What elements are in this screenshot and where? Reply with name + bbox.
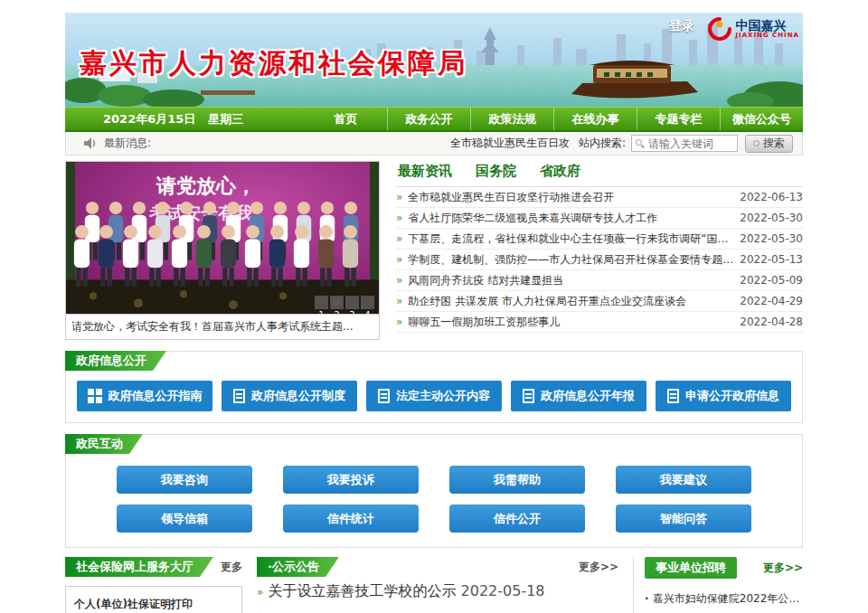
news-item[interactable]: » 下基层、走流程，省社保和就业中心主任项薇一行来我市调研“国统”上线情况 20… [396, 229, 803, 250]
news-item-title: 下基层、走流程，省社保和就业中心主任项薇一行来我市调研“国统”上线情况 [408, 231, 734, 247]
news-item[interactable]: » 省人社厅陈荣华二级巡视员来嘉兴调研专技人才工作 2022-05-30 [396, 208, 803, 229]
carousel-pager: 1234 [315, 296, 374, 309]
news-item[interactable]: » 助企纾困 共谋发展 市人力社保局召开重点企业交流座谈会 2022-04-29 [396, 291, 803, 312]
nav-date: 2022年6月15日 星期三 [65, 111, 305, 127]
photo-carousel: 请党放心， 考试安全有我 [65, 161, 380, 340]
interaction-button[interactable]: 智能问答 [616, 505, 751, 533]
double-arrow-icon: » [257, 608, 263, 613]
info-disclosure-button[interactable]: 政府信息公开制度 [222, 381, 357, 411]
news-tabs: 最新资讯国务院省政府 [396, 161, 803, 187]
interaction-button[interactable]: 信件统计 [283, 505, 419, 533]
service-item[interactable]: 个人(单位)社保证明打印 [65, 586, 242, 613]
info-disclosure-button[interactable]: 申请公开政府信息 [656, 381, 791, 411]
news-tab[interactable]: 省政府 [540, 163, 580, 186]
logo-title: 中国嘉兴 [735, 19, 799, 32]
info-button-icon [88, 389, 102, 403]
interaction-section: 政民互动 我要咨询我要投诉我需帮助我要建议领导信箱信件统计信件公开智能问答 [65, 434, 803, 548]
recruitment-list: 嘉兴市妇幼保健院2022年公开...2022年嘉兴市属事业单位公开...2022… [645, 591, 803, 613]
social-insurance-list: 个人(单位)社保证明打印办事指南 [65, 586, 242, 613]
ticker-label: 最新消息: [104, 136, 151, 151]
announcements-list: » 关于设立嘉善技工学校的公示 2022-05-18 » 关于公布嘉兴市人力资源… [257, 582, 618, 613]
double-arrow-icon: » [396, 212, 402, 224]
carousel-page-button[interactable]: 3 [345, 296, 359, 309]
interaction-button[interactable]: 领导信箱 [117, 505, 252, 533]
search-box [631, 135, 738, 152]
announcement-item[interactable]: » 关于设立嘉善技工学校的公示 2022-05-18 [257, 582, 618, 605]
interaction-button[interactable]: 我要咨询 [117, 466, 252, 494]
double-arrow-icon: » [257, 586, 263, 599]
news-item-title: 聊聊五一假期加班工资那些事儿 [408, 315, 734, 330]
news-item-title: 省人社厅陈荣华二级巡视员来嘉兴调研专技人才工作 [408, 211, 734, 226]
news-item[interactable]: » 全市稳就业惠民生百日攻坚行动推进会召开 2022-06-13 [396, 187, 803, 208]
interaction-ribbon: 政民互动 [65, 434, 143, 454]
news-item-title: 学制度、建机制、强防控——市人力社保局召开社保基金要情专题学习会 [408, 252, 734, 268]
nav-menu: 首页政务公开政策法规在线办事专题专栏微信公众号 [305, 108, 803, 130]
site-logo: 中国嘉兴 JIAXING CHINA [708, 17, 799, 41]
nav-item[interactable]: 在线办事 [553, 108, 637, 130]
news-item-date: 2022-05-30 [740, 232, 803, 245]
ticker-headline[interactable]: 全市稳就业惠民生百日攻 [450, 136, 570, 151]
info-disclosure-button[interactable]: 政府信息公开指南 [77, 381, 212, 411]
info-button-icon [667, 389, 679, 403]
news-item[interactable]: » 学制度、建机制、强防控——市人力社保局召开社保基金要情专题学习会 2022-… [396, 250, 803, 270]
announcements-more-link[interactable]: 更多>> [579, 560, 618, 575]
carousel-page-button[interactable]: 2 [330, 296, 344, 309]
nav-item[interactable]: 专题专栏 [637, 108, 720, 130]
double-arrow-icon: » [396, 316, 402, 328]
interaction-button[interactable]: 我需帮助 [449, 466, 585, 494]
interaction-button[interactable]: 我要建议 [616, 466, 751, 494]
search-button[interactable]: 搜索 [745, 135, 793, 153]
interaction-button[interactable]: 我要投诉 [283, 466, 419, 494]
jiaxing-logo-icon [708, 17, 731, 41]
double-arrow-icon: » [396, 295, 402, 307]
search-button-icon [753, 140, 760, 146]
nav-item[interactable]: 首页 [305, 108, 387, 130]
svg-text:请党放心，: 请党放心， [156, 174, 256, 197]
news-item[interactable]: » 风雨同舟齐抗疫 结对共建显担当 2022-05-09 [396, 270, 803, 291]
info-disclosure-section: 政府信息公开 政府信息公开指南 政府信息公开制度 法定主动公开内容 [65, 351, 803, 423]
double-arrow-icon: » [396, 274, 402, 287]
search-input[interactable] [631, 135, 738, 152]
weekday-text: 星期三 [208, 111, 243, 127]
info-button-icon [378, 389, 390, 403]
carousel-page-button[interactable]: 4 [361, 296, 374, 309]
main-navbar: 2022年6月15日 星期三 首页政务公开政策法规在线办事专题专栏微信公众号 [65, 107, 803, 132]
announcement-item[interactable]: » 关于公布嘉兴市人力资源和社会保障局2022年度重大行政决策事... 2022… [257, 605, 618, 613]
interaction-button[interactable]: 信件公开 [449, 505, 585, 533]
news-item-date: 2022-06-13 [740, 191, 803, 203]
news-item-title: 风雨同舟齐抗疫 结对共建显担当 [408, 273, 734, 288]
info-button-label: 政府信息公开指南 [108, 388, 203, 404]
social-insurance-more-link[interactable]: 更多 [221, 560, 242, 575]
carousel-page-button[interactable]: 1 [315, 296, 328, 309]
carousel-photo[interactable]: 请党放心， 考试安全有我 [65, 161, 380, 315]
news-item[interactable]: » 聊聊五一假期加班工资那些事儿 2022-04-28 [396, 312, 803, 333]
news-item-date: 2022-05-09 [740, 274, 803, 287]
news-ticker-bar: 最新消息: 全市稳就业惠民生百日攻 站内搜索: 搜索 [65, 132, 803, 156]
news-tab[interactable]: 最新资讯 [398, 163, 452, 186]
news-item-date: 2022-04-29 [740, 295, 803, 307]
double-arrow-icon: » [396, 191, 402, 203]
carousel-caption[interactable]: 请党放心，考试安全有我！首届嘉兴市人事考试系统主题... [65, 315, 380, 340]
nav-item[interactable]: 政策法规 [470, 108, 553, 130]
recruitment-more-link[interactable]: 更多>> [763, 561, 803, 576]
news-item-date: 2022-05-13 [740, 253, 803, 266]
site-title: 嘉兴市人力资源和社会保障局 [80, 45, 467, 82]
announcements-ribbon: ·公示公告 [257, 557, 339, 577]
search-label: 站内搜索: [579, 136, 626, 151]
login-link[interactable]: 登录 [669, 18, 694, 34]
news-item-date: 2022-05-30 [740, 212, 803, 224]
nav-item[interactable]: 政务公开 [387, 108, 470, 130]
info-disclosure-button[interactable]: 法定主动公开内容 [366, 381, 502, 411]
double-arrow-icon: » [396, 253, 402, 266]
recruitment-item[interactable]: 嘉兴市妇幼保健院2022年公开... [645, 591, 803, 607]
nav-item[interactable]: 微信公众号 [720, 108, 803, 130]
info-button-label: 政府信息公开年报 [541, 388, 635, 404]
news-tab[interactable]: 国务院 [476, 163, 516, 186]
info-button-label: 申请公开政府信息 [685, 388, 779, 404]
announcements-column: ·公示公告 更多>> » 关于设立嘉善技工学校的公示 2022-05-18 » … [257, 557, 618, 613]
recruitment-column: 事业单位招聘 更多>> 嘉兴市妇幼保健院2022年公开...2022年嘉兴市属事… [633, 557, 803, 613]
info-button-label: 政府信息公开制度 [251, 388, 345, 404]
group-photo-illustration: 请党放心， 考试安全有我 [66, 162, 379, 314]
search-button-label: 搜索 [763, 136, 785, 151]
info-disclosure-button[interactable]: 政府信息公开年报 [511, 381, 646, 411]
